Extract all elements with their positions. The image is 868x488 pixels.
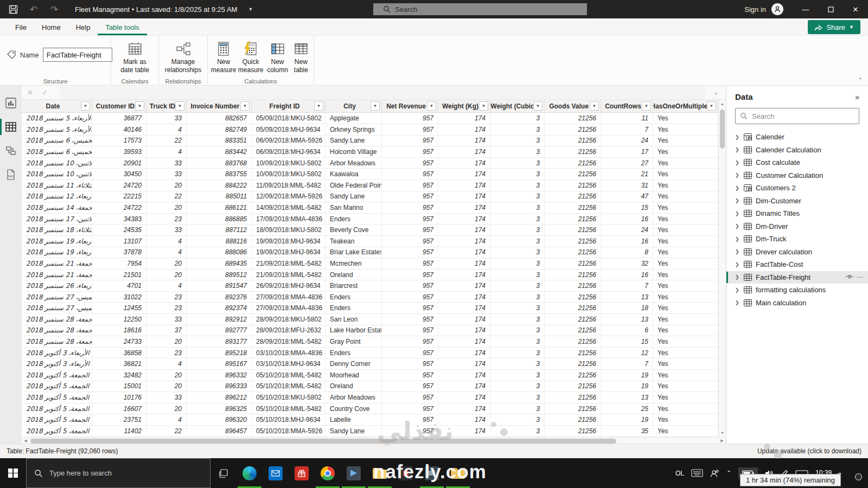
cell-city[interactable]: Arbor Meadows (326, 392, 382, 403)
column-header-weight-kg[interactable]: Weight (Kg)▼ (438, 100, 490, 112)
cell-city[interactable]: Country Cove (326, 403, 382, 415)
table-row[interactable]: الاثنين، 10 سبتمبر 2018209013388376810/0… (22, 158, 718, 169)
cell-customer-id[interactable]: 31022 (92, 292, 146, 303)
cell-truck-id[interactable]: 33 (146, 113, 187, 124)
data-panel-item-formatting-calculations[interactable]: ❯formatting calculations (726, 284, 868, 297)
column-header-goods-value[interactable]: Goods Value▼ (545, 100, 601, 112)
language-indicator[interactable]: OL (675, 470, 684, 477)
cell-date[interactable]: الأربعاء، 26 سبتمبر 2018 (22, 280, 92, 292)
cell-city[interactable]: San Leon (326, 314, 382, 325)
cell-date[interactable]: الاثنين، 10 سبتمبر 2018 (22, 169, 92, 180)
cell-city[interactable]: Holcomb Village (326, 146, 382, 158)
cell-freight-id[interactable]: 12/09/2018:MMA-5926 (252, 191, 326, 203)
report-view-button[interactable] (0, 91, 22, 115)
cell-has-one-or-multiple[interactable]: Yes (653, 414, 718, 426)
scroll-right-icon[interactable]: ▶ (718, 438, 726, 445)
cell-count-rows[interactable]: 15 (601, 336, 653, 348)
cancel-entry-icon[interactable]: ✕ (27, 88, 33, 97)
cell-date[interactable]: الأربعاء، 5 سبتمبر 2018 (22, 124, 92, 136)
cell-truck-id[interactable]: 22 (146, 426, 187, 437)
cell-weight-kg[interactable]: 174 (438, 414, 490, 426)
cell-net-revenue[interactable]: 957 (382, 403, 438, 415)
chevron-right-icon[interactable]: ❯ (735, 160, 740, 165)
cell-invoice-number[interactable]: 892912 (187, 314, 252, 325)
data-panel-item-drever-calculation[interactable]: ❯Drever calculation (726, 246, 868, 259)
cell-count-rows[interactable]: 16 (601, 214, 653, 225)
cell-net-revenue[interactable]: 957 (382, 214, 438, 225)
cell-customer-id[interactable]: 10176 (92, 392, 146, 403)
cell-has-one-or-multiple[interactable]: Yes (653, 325, 718, 337)
horizontal-scrollbar[interactable]: ◀ ▶ (22, 437, 726, 444)
cell-invoice-number[interactable]: 896320 (187, 414, 252, 426)
cell-goods-value[interactable]: 21256 (545, 146, 601, 158)
cell-net-revenue[interactable]: 957 (382, 124, 438, 136)
cell-weight-cubic[interactable]: 3 (490, 258, 545, 269)
scroll-up-icon[interactable]: ▲ (719, 100, 726, 107)
maximize-button[interactable] (818, 0, 843, 18)
cell-weight-cubic[interactable]: 3 (490, 314, 545, 325)
cell-has-one-or-multiple[interactable]: Yes (653, 381, 718, 393)
cell-net-revenue[interactable]: 957 (382, 169, 438, 180)
cell-goods-value[interactable]: 21256 (545, 258, 601, 269)
cell-invoice-number[interactable]: 888086 (187, 247, 252, 259)
cell-has-one-or-multiple[interactable]: Yes (653, 426, 718, 437)
titlebar-search-box[interactable]: Search (373, 3, 587, 15)
data-panel-item-calender-calculation[interactable]: ❯Calender Calculation (726, 144, 868, 157)
data-panel-item-dm-driver[interactable]: ❯Dm-Driver (726, 220, 868, 233)
cell-truck-id[interactable]: 20 (146, 403, 187, 415)
cell-date[interactable]: الأربعاء، 19 سبتمبر 2018 (22, 236, 92, 247)
task-view-icon[interactable] (210, 458, 237, 488)
table-row[interactable]: الأربعاء، 3 أكتوبر 201836821489516703/10… (22, 358, 718, 370)
tab-file[interactable]: File (8, 20, 34, 35)
cell-invoice-number[interactable]: 882749 (187, 124, 252, 136)
column-header-truck-id[interactable]: Truck ID▼ (146, 100, 187, 112)
cell-city[interactable]: Labelle (326, 414, 382, 426)
chevron-right-icon[interactable]: ❯ (735, 185, 740, 191)
filter-icon[interactable]: ▼ (427, 101, 436, 111)
cell-customer-id[interactable]: 4701 (92, 280, 146, 292)
data-panel-item-dm-truck[interactable]: ❯Dm-Truck (726, 233, 868, 246)
cell-goods-value[interactable]: 21256 (545, 403, 601, 415)
cell-customer-id[interactable]: 12250 (92, 314, 146, 325)
cell-goods-value[interactable]: 21256 (545, 336, 601, 348)
cell-has-one-or-multiple[interactable]: Yes (653, 336, 718, 348)
cell-has-one-or-multiple[interactable]: Yes (653, 180, 718, 191)
cell-weight-kg[interactable]: 174 (438, 381, 490, 393)
filter-icon[interactable]: ▼ (479, 101, 488, 111)
cell-count-rows[interactable]: 16 (601, 236, 653, 247)
cell-city[interactable]: Oreland (326, 381, 382, 393)
column-header-net-revenue[interactable]: Net Revenue▼ (382, 100, 438, 112)
minimize-button[interactable]: — (793, 0, 818, 18)
cell-net-revenue[interactable]: 957 (382, 314, 438, 325)
cell-goods-value[interactable]: 21256 (545, 314, 601, 325)
cell-customer-id[interactable]: 15001 (92, 381, 146, 393)
cell-count-rows[interactable]: 8 (601, 247, 653, 259)
table-row[interactable]: الجمعة، 5 أكتوبر 201823751489632005/10/2… (22, 414, 718, 426)
title-dropdown-icon[interactable]: ▼ (248, 7, 253, 12)
cell-freight-id[interactable]: 26/09/2018:MHJ-9634 (252, 280, 326, 292)
cell-weight-cubic[interactable]: 3 (490, 336, 545, 348)
cell-goods-value[interactable]: 21256 (545, 392, 601, 403)
cell-weight-kg[interactable]: 174 (438, 247, 490, 259)
cell-goods-value[interactable]: 21256 (545, 414, 601, 426)
cell-weight-cubic[interactable]: 3 (490, 169, 545, 180)
cell-has-one-or-multiple[interactable]: Yes (653, 214, 718, 225)
cell-customer-id[interactable]: 20901 (92, 158, 146, 169)
cell-truck-id[interactable]: 33 (146, 314, 187, 325)
cell-weight-kg[interactable]: 174 (438, 292, 490, 303)
mail-icon[interactable] (263, 458, 289, 488)
cell-date[interactable]: الأربعاء، 19 سبتمبر 2018 (22, 247, 92, 259)
cell-city[interactable]: Enders (326, 292, 382, 303)
cell-weight-kg[interactable]: 174 (438, 403, 490, 415)
cell-city[interactable]: Briarcrest (326, 280, 382, 292)
chevron-right-icon[interactable]: ❯ (735, 198, 740, 203)
table-row[interactable]: الأربعاء، 5 سبتمبر 2018368773388265705/0… (22, 113, 718, 124)
cell-count-rows[interactable]: 6 (601, 325, 653, 337)
cell-weight-kg[interactable]: 174 (438, 113, 490, 124)
action-center-icon[interactable] (848, 468, 860, 479)
cell-truck-id[interactable]: 4 (146, 146, 187, 158)
cell-truck-id[interactable]: 4 (146, 247, 187, 259)
cell-invoice-number[interactable]: 883442 (187, 146, 252, 158)
cell-net-revenue[interactable]: 957 (382, 426, 438, 437)
cell-truck-id[interactable]: 22 (146, 136, 187, 147)
